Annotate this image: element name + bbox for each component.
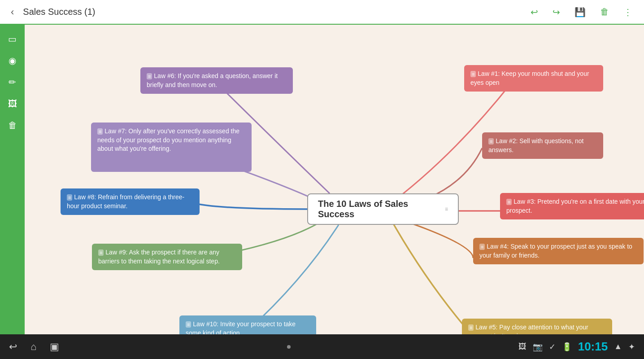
law2-text: Law #2: Sell with questions, not answers… bbox=[488, 137, 583, 153]
battery-icon: 🔋 bbox=[562, 342, 572, 352]
law1-text: Law #1: Keep your mouth shut and your ey… bbox=[470, 70, 589, 86]
mindmap-canvas: The 10 Laws of Sales Success ≡ ≡ Law #1:… bbox=[25, 25, 644, 334]
save-button[interactable]: 💾 bbox=[570, 5, 590, 19]
more-button[interactable]: ⋮ bbox=[619, 5, 637, 19]
law6-node[interactable]: ≡ Law #6: If you're asked a question, an… bbox=[140, 67, 293, 94]
law10-node[interactable]: ≡ Law #10: Invite your prospect to take … bbox=[179, 315, 316, 334]
center-node-icon: ≡ bbox=[445, 206, 448, 212]
law5-icon: ≡ bbox=[468, 324, 474, 331]
topbar: ‹ Sales Success (1) ↩ ↪ 💾 🗑 ⋮ bbox=[0, 0, 644, 25]
law10-text: Law #10: Invite your prospect to take so… bbox=[186, 320, 296, 334]
status-bar: 🖼 📷 ✓ 🔋 10:15 ▲ ✦ bbox=[518, 340, 635, 354]
trash-icon[interactable]: 🗑 bbox=[4, 116, 22, 134]
law9-text: Law #9: Ask the prospect if there are an… bbox=[98, 249, 220, 265]
law6-text: Law #6: If you're asked a question, answ… bbox=[147, 72, 278, 88]
law1-icon: ≡ bbox=[470, 71, 476, 77]
center-node-text: The 10 Laws of Sales Success bbox=[318, 199, 439, 219]
law8-text: Law #8: Refrain from delivering a three-… bbox=[67, 193, 184, 210]
law8-icon: ≡ bbox=[67, 194, 72, 201]
edit-icon[interactable]: ✏ bbox=[4, 73, 22, 91]
law3-text: Law #3: Pretend you're on a first date w… bbox=[506, 198, 644, 214]
law5-node[interactable]: ≡ Law #5: Pay close attention to what yo… bbox=[462, 319, 612, 334]
notification-dot bbox=[287, 345, 291, 349]
law9-icon: ≡ bbox=[98, 250, 104, 256]
law7-node[interactable]: ≡ Law #7: Only after you've correctly as… bbox=[91, 123, 252, 172]
bluetooth-icon: ✦ bbox=[628, 342, 635, 352]
law3-node[interactable]: ≡ Law #3: Pretend you're on a first date… bbox=[500, 193, 644, 219]
undo-button[interactable]: ↩ bbox=[526, 5, 543, 19]
image-icon[interactable]: 🖼 bbox=[4, 95, 22, 113]
clock-display: 10:15 bbox=[578, 340, 608, 354]
sidebar: ▭ ◉ ✏ 🖼 🗑 bbox=[0, 25, 25, 334]
wifi-icon: ▲ bbox=[614, 342, 622, 351]
palette-icon[interactable]: ◉ bbox=[4, 52, 22, 70]
law8-node[interactable]: ≡ Law #8: Refrain from delivering a thre… bbox=[61, 188, 200, 215]
home-button[interactable]: ⌂ bbox=[30, 341, 36, 353]
layout-icon[interactable]: ▭ bbox=[4, 30, 22, 48]
law10-icon: ≡ bbox=[186, 321, 191, 328]
recents-button[interactable]: ▣ bbox=[50, 341, 59, 353]
law4-node[interactable]: ≡ Law #4: Speak to your prospect just as… bbox=[473, 238, 644, 264]
law2-icon: ≡ bbox=[488, 138, 494, 144]
center-node[interactable]: The 10 Laws of Sales Success ≡ bbox=[307, 193, 459, 225]
back-button[interactable]: ‹ bbox=[7, 4, 17, 20]
law2-node[interactable]: ≡ Law #2: Sell with questions, not answe… bbox=[482, 132, 603, 159]
check-icon: ✓ bbox=[549, 342, 556, 352]
law3-icon: ≡ bbox=[506, 199, 512, 205]
law7-text: Law #7: Only after you've correctly asse… bbox=[97, 127, 239, 152]
law1-node[interactable]: ≡ Law #1: Keep your mouth shut and your … bbox=[464, 65, 603, 92]
redo-button[interactable]: ↪ bbox=[548, 5, 565, 19]
law5-text: Law #5: Pay close attention to what your… bbox=[468, 324, 588, 334]
law9-node[interactable]: ≡ Law #9: Ask the prospect if there are … bbox=[92, 244, 242, 270]
delete-button[interactable]: 🗑 bbox=[596, 5, 614, 19]
gallery-icon: 🖼 bbox=[518, 342, 527, 351]
system-back-button[interactable]: ↩ bbox=[9, 341, 17, 353]
law6-icon: ≡ bbox=[147, 73, 152, 79]
bottombar: ↩ ⌂ ▣ 🖼 📷 ✓ 🔋 10:15 ▲ ✦ bbox=[0, 334, 644, 359]
camera-icon: 📷 bbox=[533, 342, 543, 352]
law4-icon: ≡ bbox=[479, 244, 485, 250]
law7-icon: ≡ bbox=[97, 128, 103, 135]
page-title: Sales Success (1) bbox=[23, 7, 521, 17]
law4-text: Law #4: Speak to your prospect just as y… bbox=[479, 243, 632, 259]
